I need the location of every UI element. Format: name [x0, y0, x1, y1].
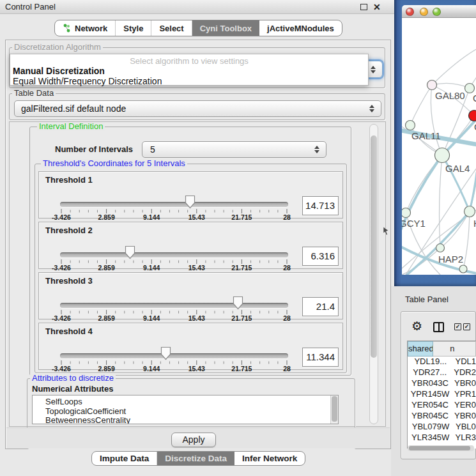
- combo-arrows-icon: [369, 105, 374, 112]
- table-row[interactable]: YDL19...YDL1: [408, 357, 476, 367]
- table-rows: YDL19...YDL1YDR27...YDR2YBR043CYBR0YPR14…: [408, 357, 476, 449]
- interval-definition-legend: Interval Definition: [37, 122, 105, 131]
- tab-jactivemnodules[interactable]: jActiveMNodules: [259, 20, 342, 36]
- slider-track[interactable]: [60, 252, 288, 257]
- cell-shared-name: YPR145W: [408, 389, 452, 400]
- number-of-intervals-combobox[interactable]: 5: [142, 141, 326, 158]
- threshold-slider[interactable]: -3.4262.8599.14415.4321.71528: [58, 195, 295, 219]
- node-label-h: H: [473, 218, 476, 229]
- slider-track[interactable]: [60, 202, 288, 207]
- node-table[interactable]: shared... n YDL19...YDL1YDR27...YDR2YBR0…: [407, 341, 476, 449]
- table-row[interactable]: YLR345WYLR3: [408, 433, 476, 443]
- slider-ticks: -3.4262.8599.14415.4321.71528: [60, 209, 288, 220]
- mac-close-icon[interactable]: [406, 8, 414, 16]
- threshold-panel: Threshold 3 -3.4262.8599.14415.4321.7152…: [38, 272, 343, 319]
- slider-ticks: -3.4262.8599.14415.4321.71528: [60, 360, 288, 371]
- node-label-gcy1: GCY1: [402, 218, 426, 229]
- tab-style[interactable]: Style: [116, 20, 151, 36]
- svg-text:15.43: 15.43: [188, 314, 205, 322]
- threshold-slider[interactable]: -3.4262.8599.14415.4321.71528: [58, 296, 295, 320]
- algorithm-option-manual[interactable]: Manual Discretization: [10, 66, 368, 76]
- svg-text:-3.426: -3.426: [52, 365, 71, 372]
- svg-text:2.859: 2.859: [98, 213, 114, 221]
- slider-track[interactable]: [60, 353, 288, 358]
- svg-text:-3.426: -3.426: [52, 314, 71, 322]
- mac-minimize-icon[interactable]: [420, 8, 428, 16]
- mac-zoom-icon[interactable]: [433, 8, 441, 16]
- node-c[interactable]: [469, 111, 476, 121]
- columns-icon[interactable]: [433, 322, 444, 332]
- table-row[interactable]: YER054CYER0: [408, 400, 476, 411]
- checkbox-icon[interactable]: ✓: [463, 323, 470, 330]
- column-header-shared-name[interactable]: shared...: [408, 341, 433, 357]
- attribute-item-topologicalcoefficient[interactable]: TopologicalCoefficient: [45, 407, 338, 417]
- threshold-slider[interactable]: -3.4262.8599.14415.4321.71528: [58, 346, 295, 371]
- control-panel-title: Control Panel: [5, 2, 56, 12]
- node-gal80[interactable]: [427, 81, 437, 90]
- tab-network-label: Network: [75, 24, 107, 33]
- attribute-item-selfloops[interactable]: SelfLoops: [45, 397, 338, 407]
- slider-thumb[interactable]: [125, 245, 135, 259]
- tab-impute-data[interactable]: Impute Data: [92, 452, 157, 465]
- table-row[interactable]: YDR27...YDR2: [408, 367, 476, 378]
- threshold-value-field[interactable]: 6.316: [302, 247, 339, 266]
- gear-icon[interactable]: ⚙: [411, 319, 422, 334]
- node-h[interactable]: [464, 206, 475, 217]
- tab-impute-data-label: Impute Data: [100, 454, 149, 463]
- node-gcy1[interactable]: [402, 208, 411, 218]
- svg-text:15.43: 15.43: [188, 365, 205, 372]
- tab-discretize-data[interactable]: Discretize Data: [157, 452, 234, 465]
- table-data-combobox[interactable]: galFiltered.sif default node: [14, 100, 381, 117]
- combo-arrows-icon: [371, 66, 376, 73]
- column-header-name[interactable]: n: [433, 341, 476, 357]
- threshold-value-field[interactable]: 21.4: [302, 297, 339, 316]
- cell-shared-name: YDL19...: [408, 357, 453, 367]
- slider-thumb[interactable]: [160, 346, 171, 360]
- cell-name: YBR0: [452, 378, 476, 389]
- close-icon[interactable]: ✕: [373, 1, 381, 13]
- tab-infer-network[interactable]: Infer Network: [234, 452, 305, 465]
- node-gal4[interactable]: [435, 148, 450, 163]
- attributes-scrollbar-thumb[interactable]: [332, 396, 337, 422]
- numerical-attributes-list[interactable]: SelfLoopsTopologicalCoefficientBetweenne…: [32, 395, 339, 424]
- node-ga[interactable]: [465, 84, 475, 93]
- table-data-value: galFiltered.sif default node: [21, 104, 126, 114]
- table-row[interactable]: YBL079WYBL0: [408, 422, 476, 433]
- node-label-gal4: GAL4: [445, 163, 470, 174]
- node-label-hap2: HAP2: [438, 254, 463, 265]
- svg-text:28: 28: [283, 264, 291, 272]
- table-hscrollbar-thumb[interactable]: [409, 446, 470, 450]
- apply-button[interactable]: Apply: [171, 433, 216, 447]
- float-window-icon[interactable]: [360, 4, 367, 10]
- node-b1[interactable]: [459, 265, 467, 273]
- panel-scrollbar-thumb[interactable]: [371, 135, 377, 358]
- tab-select[interactable]: Select: [151, 20, 192, 36]
- slider-track[interactable]: [60, 303, 288, 308]
- algorithm-option-equal-width[interactable]: Equal Width/Frequency Discretization: [10, 76, 368, 86]
- svg-text:2.859: 2.859: [98, 314, 114, 322]
- network-canvas[interactable]: GAL80GACGAL11GAL4GCY1HHAP2: [402, 18, 476, 275]
- cell-shared-name: YER054C: [408, 400, 452, 411]
- attribute-item-betweennesscentrality[interactable]: BetweennessCentrality: [45, 416, 338, 424]
- threshold-value-field[interactable]: 14.713: [302, 196, 339, 215]
- table-row[interactable]: YBR043CYBR0: [408, 378, 476, 389]
- threshold-value-field[interactable]: 11.344: [302, 348, 339, 367]
- checkbox-icon[interactable]: ✓: [454, 323, 461, 330]
- network-icon: [63, 24, 72, 33]
- node-gal11[interactable]: [406, 121, 415, 130]
- tab-cyni-toolbox[interactable]: Cyni Toolbox: [192, 20, 259, 36]
- slider-thumb[interactable]: [185, 195, 196, 209]
- table-row[interactable]: YBR045CYBR0: [408, 411, 476, 422]
- tab-discretize-data-label: Discretize Data: [165, 454, 227, 463]
- node-hap2[interactable]: [436, 244, 445, 252]
- slider-thumb[interactable]: [233, 296, 243, 310]
- gray-edge: [440, 155, 442, 248]
- svg-text:2.859: 2.859: [98, 365, 114, 372]
- table-row[interactable]: YPR145WYPR1: [408, 389, 476, 400]
- tab-network[interactable]: Network: [55, 20, 116, 36]
- threshold-slider[interactable]: -3.4262.8599.14415.4321.71528: [58, 245, 295, 270]
- number-of-intervals-value: 5: [150, 144, 155, 155]
- screen: Control Panel ✕ NetworkStyleSelectCyni T…: [0, 0, 476, 476]
- svg-text:2.859: 2.859: [98, 264, 114, 272]
- threshold-panel: Threshold 1 -3.4262.8599.14415.4321.7152…: [38, 171, 343, 219]
